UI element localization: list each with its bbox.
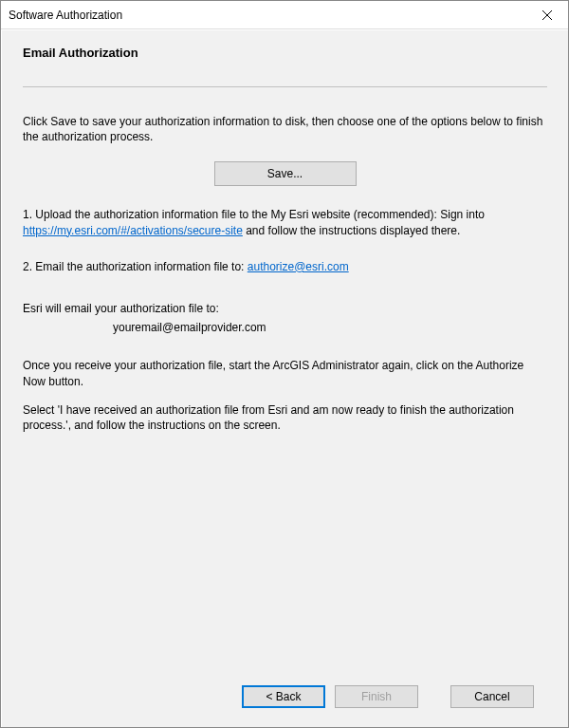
step2: 2. Email the authorization information f… [23,259,547,274]
page-heading: Email Authorization [23,46,547,60]
step2-prefix: 2. Email the authorization information f… [23,260,248,273]
save-button[interactable]: Save... [214,161,357,186]
back-button[interactable]: < Back [242,685,325,708]
step1-suffix: and follow the instructions displayed th… [243,224,460,237]
save-row: Save... [23,161,547,186]
step1-prefix: 1. Upload the authorization information … [23,208,485,221]
content-area: Email Authorization Click Save to save y… [1,29,568,727]
authorize-email-link[interactable]: authorize@esri.com [248,260,349,273]
footer: < Back Finish Cancel [23,676,547,718]
body-area: Click Save to save your authorization in… [23,114,547,676]
dialog-window: Software Authorization Email Authorizati… [0,0,569,728]
intro-text: Click Save to save your authorization in… [23,114,547,144]
myesri-link[interactable]: https://my.esri.com/#/activations/secure… [23,224,243,237]
titlebar: Software Authorization [1,1,568,29]
user-email: youremail@emailprovider.com [23,320,547,335]
cancel-button[interactable]: Cancel [450,685,534,708]
window-title: Software Authorization [9,9,122,22]
divider [23,86,547,87]
email-notice: Esri will email your authorization file … [23,301,547,335]
close-icon [542,10,552,20]
finish-button: Finish [335,685,418,708]
step1: 1. Upload the authorization information … [23,207,547,237]
instruction-2: Select 'I have received an authorization… [23,402,547,433]
instruction-1: Once you receive your authorization file… [23,358,547,388]
close-button[interactable] [525,1,568,28]
email-notice-label: Esri will email your authorization file … [23,301,547,316]
